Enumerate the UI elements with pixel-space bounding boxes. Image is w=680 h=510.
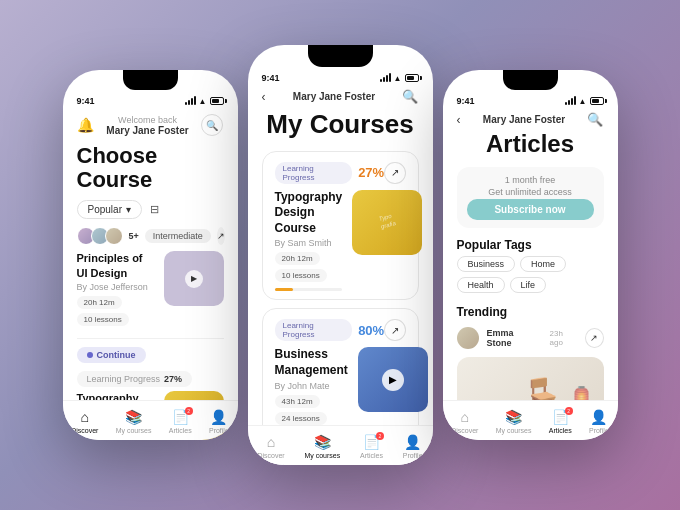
status-icons-right: ▲ xyxy=(565,97,604,106)
continue-row: Continue xyxy=(63,343,238,367)
battery-right xyxy=(590,97,604,105)
dropdown-chevron: ▾ xyxy=(126,204,131,215)
course-thumb-1: ▶ xyxy=(164,251,224,306)
divider-1 xyxy=(77,338,224,339)
notch-right xyxy=(503,70,558,90)
lp-thumb-1: Typografia xyxy=(352,190,422,255)
course-author-1: By Jose Jefferson xyxy=(77,282,156,292)
nav-mycourses-label-r: My courses xyxy=(496,427,532,434)
status-bar-right: 9:41 ▲ xyxy=(443,90,618,108)
course-card-1: Principles of UI Design By Jose Jefferso… xyxy=(63,251,238,334)
battery-center xyxy=(405,74,419,82)
nav-discover-label-c: Discover xyxy=(257,452,284,459)
phone-right: 9:41 ▲ ‹ Mary Jane Foster 🔍 Articles 1 m… xyxy=(443,70,618,440)
subscribe-btn[interactable]: Subscribe now xyxy=(467,199,594,220)
articles-badge-r: 📄 2 xyxy=(552,409,569,425)
lp-by-2: By John Mate xyxy=(275,381,348,391)
search-icon[interactable]: 🔍 xyxy=(201,114,223,136)
nav-mycourses-right[interactable]: 📚 My courses xyxy=(496,409,532,434)
play-btn-1[interactable]: ▶ xyxy=(185,270,203,288)
lp-header-1: Learning Progress 27% ↗ xyxy=(275,162,406,184)
lp-percent-2: 80% xyxy=(358,323,384,338)
filter-row: Popular ▾ ⊟ xyxy=(63,200,238,227)
lp-info-2: Business Management By John Mate 43h 12m… xyxy=(275,347,348,433)
signal-right xyxy=(565,97,576,105)
lp-content-2: Business Management By John Mate 43h 12m… xyxy=(275,347,406,433)
lp-tags-2: 43h 12m 24 lessons xyxy=(275,395,348,425)
nav-articles-center[interactable]: 📄 2 Articles xyxy=(360,434,383,459)
articles-badge: 📄 2 xyxy=(172,409,189,425)
badge-dot-c: 2 xyxy=(376,432,384,440)
nav-profile-label-r: Profile xyxy=(589,427,609,434)
nav-profile-left[interactable]: 👤 Profile xyxy=(209,409,229,434)
header-left: 🔔 Welcome back Mary Jane Foster 🔍 xyxy=(63,108,238,140)
avatars-group xyxy=(77,227,123,245)
time-right: 9:41 xyxy=(457,96,475,106)
thumb-text-center-1: Typografia xyxy=(373,208,401,237)
page-title-left: Choose Course xyxy=(63,140,238,200)
battery-left xyxy=(210,97,224,105)
tag-life[interactable]: Life xyxy=(510,277,547,293)
center-search-icon[interactable]: 🔍 xyxy=(402,89,418,104)
discover-icon-c: ⌂ xyxy=(267,434,275,450)
progress-fill-1 xyxy=(275,288,293,291)
lp-percent-1: 27% xyxy=(358,165,384,180)
nav-discover-right[interactable]: ⌂ Discover xyxy=(451,409,478,434)
trending-arrow[interactable]: ↗ xyxy=(585,328,604,348)
play-btn-center[interactable]: ▶ xyxy=(382,369,404,391)
bottom-nav-right: ⌂ Discover 📚 My courses 📄 2 Articles 👤 P… xyxy=(443,400,618,440)
lp-lessons-1: 10 lessons xyxy=(275,269,327,282)
notch-left xyxy=(123,70,178,90)
status-bar-center: 9:41 ▲ xyxy=(248,67,433,85)
notch-center xyxy=(308,45,373,67)
nav-discover-label: Discover xyxy=(71,427,98,434)
nav-articles-label-r: Articles xyxy=(549,427,572,434)
level-badge: Intermediate xyxy=(145,229,211,243)
trending-card: Emma Stone 23h ago ↗ xyxy=(443,323,618,353)
tag-home[interactable]: Home xyxy=(520,256,566,272)
wifi-right: ▲ xyxy=(579,97,587,106)
bell-icon[interactable]: 🔔 xyxy=(77,117,94,133)
right-search-icon[interactable]: 🔍 xyxy=(587,112,603,127)
course-info-1: Principles of UI Design By Jose Jefferso… xyxy=(77,251,156,326)
tag-time-1: 20h 12m xyxy=(77,296,122,309)
phone-center: 9:41 ▲ ‹ Mary Jane Foster 🔍 My Courses L… xyxy=(248,45,433,465)
nav-mycourses-center[interactable]: 📚 My courses xyxy=(304,434,340,459)
continue-btn[interactable]: Continue xyxy=(77,347,146,363)
nav-articles-left[interactable]: 📄 2 Articles xyxy=(169,409,192,434)
lp-left-1: Learning Progress 27% xyxy=(275,162,385,184)
back-arrow-right[interactable]: ‹ xyxy=(457,113,461,127)
mycourses-icon: 📚 xyxy=(125,409,142,425)
progress-label-left: Learning Progress xyxy=(87,374,161,384)
nav-mycourses-label-c: My courses xyxy=(304,452,340,459)
back-arrow-center[interactable]: ‹ xyxy=(262,90,266,104)
lp-arrow-2[interactable]: ↗ xyxy=(384,319,405,341)
lp-time-1: 20h 12m xyxy=(275,252,320,265)
nav-mycourses-left[interactable]: 📚 My courses xyxy=(116,409,152,434)
lp-card-1: Learning Progress 27% ↗ Typography Desig… xyxy=(262,151,419,301)
status-icons-left: ▲ xyxy=(185,97,224,106)
nav-profile-center[interactable]: 👤 Profile xyxy=(403,434,423,459)
tag-business[interactable]: Business xyxy=(457,256,516,272)
progress-pill-left: Learning Progress 27% xyxy=(77,371,193,387)
tag-health[interactable]: Health xyxy=(457,277,505,293)
username-left: Mary Jane Foster xyxy=(106,125,188,136)
nav-profile-right[interactable]: 👤 Profile xyxy=(589,409,609,434)
popular-dropdown[interactable]: Popular ▾ xyxy=(77,200,142,219)
nav-profile-label: Profile xyxy=(209,427,229,434)
page-title-center: My Courses xyxy=(248,106,433,147)
lp-arrow-1[interactable]: ↗ xyxy=(384,162,405,184)
phone-left: 9:41 ▲ 🔔 Welcome back Mary Jane Foster 🔍… xyxy=(63,70,238,440)
lp-label-1: Learning Progress xyxy=(275,162,353,184)
course-arrow-1[interactable]: ↗ xyxy=(217,227,225,245)
filter-icon[interactable]: ⊟ xyxy=(150,203,159,216)
lp-time-2: 43h 12m xyxy=(275,395,320,408)
nav-discover-left[interactable]: ⌂ Discover xyxy=(71,409,98,434)
promo-line2: Get unlimited access xyxy=(467,187,594,197)
progress-row-left: Learning Progress 27% xyxy=(63,367,238,391)
nav-discover-center[interactable]: ⌂ Discover xyxy=(257,434,284,459)
lp-lessons-2: 24 lessons xyxy=(275,412,327,425)
profile-icon-r: 👤 xyxy=(590,409,607,425)
nav-articles-right[interactable]: 📄 2 Articles xyxy=(549,409,572,434)
time-center: 9:41 xyxy=(262,73,280,83)
